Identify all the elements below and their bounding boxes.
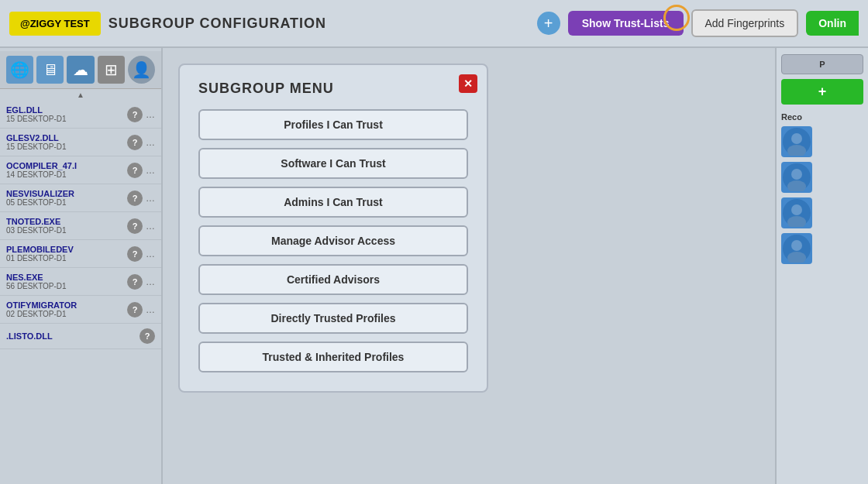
help-icon[interactable]: ? — [127, 246, 143, 262]
show-trust-lists-button[interactable]: Show Trust-Lists — [568, 11, 684, 36]
right-top-button[interactable]: P — [781, 54, 863, 74]
admins-can-trust-btn[interactable]: Admins I Can Trust — [198, 187, 468, 218]
sidebar: 🌐 🖥 ☁ ⊞ 👤 ▲ EGL.DLL 15 DESKTOP-D1 ? … GL… — [0, 48, 163, 484]
directly-trusted-profiles-btn[interactable]: Directly Trusted Profiles — [198, 303, 468, 334]
avatar-1[interactable] — [781, 126, 812, 157]
list-item[interactable]: OTIFYMIGRATOR 02 DESKTOP-D1 ? … — [0, 296, 161, 324]
avatar-4[interactable] — [781, 233, 812, 264]
scroll-indicator: ▲ — [0, 89, 161, 101]
help-icon[interactable]: ? — [140, 328, 155, 344]
profiles-can-trust-btn[interactable]: Profiles I Can Trust — [198, 109, 468, 140]
list-item[interactable]: OCOMPILER_47.I 14 DESKTOP-D1 ? … — [0, 156, 161, 184]
list-item[interactable]: PLEMOBILEDEV 01 DESKTOP-D1 ? … — [0, 240, 161, 268]
avatar-3[interactable] — [781, 197, 812, 228]
manage-advisor-access-btn[interactable]: Manage Advisor Access — [198, 225, 468, 256]
help-icon[interactable]: ? — [127, 135, 143, 150]
more-icon: … — [146, 304, 155, 315]
right-panel: P + Reco — [775, 48, 868, 484]
more-icon: … — [146, 193, 155, 204]
cloud-icon[interactable]: ☁ — [67, 56, 94, 84]
svg-point-7 — [791, 204, 802, 215]
menu-close-button[interactable]: ✕ — [459, 74, 477, 93]
page-title: SUBGROUP CONFIGURATION — [108, 15, 529, 32]
help-icon[interactable]: ? — [127, 191, 143, 206]
help-icon[interactable]: ? — [127, 274, 143, 290]
right-add-button[interactable]: + — [781, 79, 863, 105]
more-icon: … — [146, 109, 155, 120]
svg-point-4 — [791, 169, 802, 180]
more-icon: … — [146, 137, 155, 148]
list-item[interactable]: EGL.DLL 15 DESKTOP-D1 ? … — [0, 101, 161, 129]
more-icon: … — [146, 249, 155, 259]
right-section-label: Reco — [781, 112, 863, 122]
software-can-trust-btn[interactable]: Software I Can Trust — [198, 148, 468, 179]
more-icon: … — [146, 221, 155, 232]
menu-card-title: SUBGROUP MENU — [198, 81, 468, 97]
help-icon[interactable]: ? — [127, 302, 143, 318]
center-panel: SUBGROUP MENU ✕ Profiles I Can Trust Sof… — [163, 48, 775, 484]
globe-icon[interactable]: 🌐 — [6, 56, 33, 84]
header: @ZIGGY TEST SUBGROUP CONFIGURATION + Sho… — [0, 0, 868, 48]
more-icon: … — [146, 276, 155, 287]
trusted-inherited-profiles-btn[interactable]: Trusted & Inherited Profiles — [198, 342, 468, 372]
certified-advisors-btn[interactable]: Certified Advisors — [198, 264, 468, 295]
sidebar-icon-bar: 🌐 🖥 ☁ ⊞ 👤 — [0, 51, 161, 89]
avatar-2[interactable] — [781, 162, 812, 193]
help-icon[interactable]: ? — [127, 107, 143, 122]
subgroup-menu-card: SUBGROUP MENU ✕ Profiles I Can Trust Sof… — [178, 64, 488, 393]
main-layout: 🌐 🖥 ☁ ⊞ 👤 ▲ EGL.DLL 15 DESKTOP-D1 ? … GL… — [0, 48, 868, 484]
help-icon[interactable]: ? — [127, 218, 143, 234]
add-fingerprints-button[interactable]: Add Fingerprints — [691, 9, 799, 37]
header-add-button[interactable]: + — [537, 12, 560, 35]
user-button[interactable]: @ZIGGY TEST — [9, 12, 101, 36]
list-item[interactable]: GLESV2.DLL 15 DESKTOP-D1 ? … — [0, 129, 161, 156]
help-icon[interactable]: ? — [127, 163, 143, 178]
svg-point-1 — [791, 133, 802, 144]
person-icon[interactable]: 👤 — [128, 56, 155, 84]
grid-icon[interactable]: ⊞ — [98, 56, 125, 84]
list-item[interactable]: NES.EXE 56 DESKTOP-D1 ? … — [0, 268, 161, 296]
monitor-icon[interactable]: 🖥 — [36, 56, 64, 84]
more-icon: … — [146, 165, 155, 176]
svg-point-10 — [791, 240, 802, 251]
list-item[interactable]: .LISTO.DLL ? — [0, 324, 161, 349]
online-button[interactable]: Onlin — [806, 11, 859, 36]
list-item[interactable]: NESVISUALIZER 05 DESKTOP-D1 ? … — [0, 184, 161, 212]
list-item[interactable]: TNOTED.EXE 03 DESKTOP-D1 ? … — [0, 212, 161, 240]
